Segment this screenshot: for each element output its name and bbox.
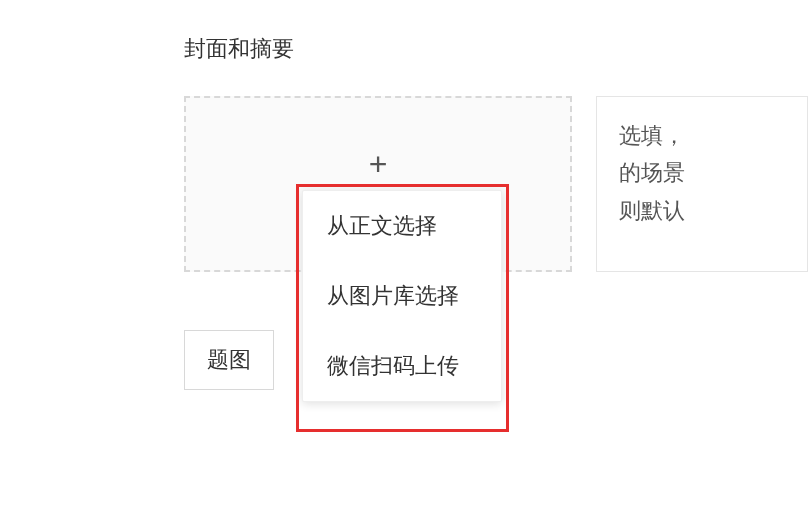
dropdown-item-wechat-scan[interactable]: 微信扫码上传 <box>303 331 501 401</box>
desc-line: 则默认 <box>619 192 785 229</box>
caption-image-button[interactable]: 题图 <box>184 330 274 390</box>
desc-line: 选填， <box>619 117 785 154</box>
summary-description: 选填， 的场景 则默认 <box>596 96 808 272</box>
dropdown-item-from-content[interactable]: 从正文选择 <box>303 191 501 261</box>
section-title: 封面和摘要 <box>184 34 808 64</box>
upload-source-dropdown: 从正文选择 从图片库选择 微信扫码上传 <box>302 190 502 402</box>
plus-icon: + <box>369 148 388 180</box>
dropdown-item-from-library[interactable]: 从图片库选择 <box>303 261 501 331</box>
desc-line: 的场景 <box>619 154 785 191</box>
